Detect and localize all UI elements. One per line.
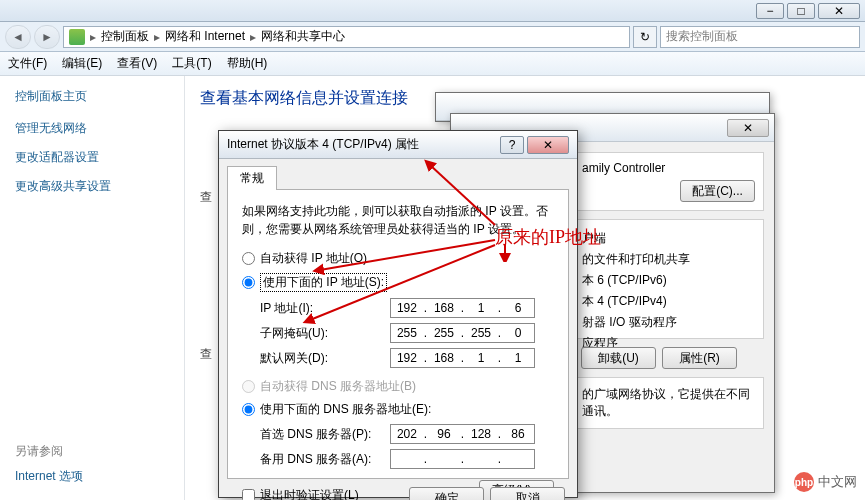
validate-checkbox[interactable] xyxy=(242,489,255,500)
sidebar-item-sharing[interactable]: 更改高级共享设置 xyxy=(15,178,169,195)
help-button[interactable]: ? xyxy=(500,136,524,154)
dns1-field-row: 首选 DNS 服务器(P): 202. 96. 128. 86 xyxy=(242,424,554,444)
cancel-button[interactable]: 取消 xyxy=(490,487,565,500)
menu-edit[interactable]: 编辑(E) xyxy=(62,55,102,72)
bg-close-button[interactable]: ✕ xyxy=(727,119,769,137)
list-item[interactable]: 本 6 (TCP/IPv6) xyxy=(582,270,755,291)
list-item[interactable]: 的文件和打印机共享 xyxy=(582,249,755,270)
tab-general[interactable]: 常规 xyxy=(227,166,277,190)
validate-checkbox-row[interactable]: 退出时验证设置(L) xyxy=(242,487,359,500)
ip-address-input[interactable]: 192. 168. 1. 6 xyxy=(390,298,535,318)
window-titlebar: − □ ✕ xyxy=(0,0,865,22)
dns1-label: 首选 DNS 服务器(P): xyxy=(260,426,390,443)
sidebar-item-adapter[interactable]: 更改适配器设置 xyxy=(15,149,169,166)
list-item[interactable]: 本 4 (TCP/IPv4) xyxy=(582,291,755,312)
watermark-text: 中文网 xyxy=(818,473,857,491)
breadcrumb[interactable]: ▸ 控制面板 ▸ 网络和 Internet ▸ 网络和共享中心 xyxy=(63,26,630,48)
list-item[interactable]: 射器 I/O 驱动程序 xyxy=(582,312,755,333)
dns1-input[interactable]: 202. 96. 128. 86 xyxy=(390,424,535,444)
back-button[interactable]: ◄ xyxy=(5,25,31,49)
ipv4-title-text: Internet 协议版本 4 (TCP/IPv4) 属性 xyxy=(227,136,419,153)
menu-help[interactable]: 帮助(H) xyxy=(227,55,268,72)
dns2-field-row: 备用 DNS 服务器(A): . . . xyxy=(242,449,554,469)
manual-ip-radio-row[interactable]: 使用下面的 IP 地址(S): xyxy=(242,273,554,292)
mask-field-row: 子网掩码(U): 255. 255. 255. 0 xyxy=(242,323,554,343)
breadcrumb-item[interactable]: 网络和 Internet xyxy=(165,28,245,45)
subnet-mask-input[interactable]: 255. 255. 255. 0 xyxy=(390,323,535,343)
annotation-text: 原来的IP地址 xyxy=(495,225,601,249)
manual-dns-radio[interactable] xyxy=(242,403,255,416)
breadcrumb-item[interactable]: 控制面板 xyxy=(101,28,149,45)
ipv4-close-button[interactable]: ✕ xyxy=(527,136,569,154)
forward-button[interactable]: ► xyxy=(34,25,60,49)
auto-ip-radio[interactable] xyxy=(242,252,255,265)
search-input[interactable]: 搜索控制面板 xyxy=(660,26,860,48)
desc-text: 的广域网络协议，它提供在不同 xyxy=(582,386,755,403)
configure-button[interactable]: 配置(C)... xyxy=(680,180,755,202)
refresh-button[interactable]: ↻ xyxy=(633,26,657,48)
sidebar-seealso: 另请参阅 Internet 选项 xyxy=(15,443,83,485)
dns2-label: 备用 DNS 服务器(A): xyxy=(260,451,390,468)
ip-label: IP 地址(I): xyxy=(260,300,390,317)
auto-dns-radio xyxy=(242,380,255,393)
gateway-input[interactable]: 192. 168. 1. 1 xyxy=(390,348,535,368)
ipv4-properties-dialog: Internet 协议版本 4 (TCP/IPv4) 属性 ? ✕ 常规 如果网… xyxy=(218,130,578,498)
gateway-field-row: 默认网关(D): 192. 168. 1. 1 xyxy=(242,348,554,368)
sidebar: 控制面板主页 管理无线网络 更改适配器设置 更改高级共享设置 另请参阅 Inte… xyxy=(0,76,185,500)
menu-file[interactable]: 文件(F) xyxy=(8,55,47,72)
watermark: php 中文网 xyxy=(794,472,857,492)
menu-bar: 文件(F) 编辑(E) 查看(V) 工具(T) 帮助(H) xyxy=(0,52,865,76)
auto-dns-radio-row: 自动获得 DNS 服务器地址(B) xyxy=(242,378,554,395)
ip-field-row: IP 地址(I): 192. 168. 1. 6 xyxy=(242,298,554,318)
menu-view[interactable]: 查看(V) xyxy=(117,55,157,72)
breadcrumb-item[interactable]: 网络和共享中心 xyxy=(261,28,345,45)
gateway-label: 默认网关(D): xyxy=(260,350,390,367)
properties-button[interactable]: 属性(R) xyxy=(662,347,737,369)
controller-name: amily Controller xyxy=(582,161,755,175)
sidebar-item-wireless[interactable]: 管理无线网络 xyxy=(15,120,169,137)
dns2-input[interactable]: . . . xyxy=(390,449,535,469)
control-panel-icon xyxy=(69,29,85,45)
sidebar-title[interactable]: 控制面板主页 xyxy=(15,88,169,105)
maximize-button[interactable]: □ xyxy=(787,3,815,19)
ipv4-tabs: 常规 xyxy=(219,159,577,189)
uninstall-button[interactable]: 卸载(U) xyxy=(581,347,656,369)
list-item[interactable]: 户端 xyxy=(582,228,755,249)
address-bar: ◄ ► ▸ 控制面板 ▸ 网络和 Internet ▸ 网络和共享中心 ↻ 搜索… xyxy=(0,22,865,52)
sidebar-internet-options[interactable]: Internet 选项 xyxy=(15,468,83,485)
manual-dns-radio-row[interactable]: 使用下面的 DNS 服务器地址(E): xyxy=(242,401,554,418)
menu-tools[interactable]: 工具(T) xyxy=(172,55,211,72)
ipv4-titlebar[interactable]: Internet 协议版本 4 (TCP/IPv4) 属性 ? ✕ xyxy=(219,131,577,159)
auto-ip-radio-row[interactable]: 自动获得 IP 地址(O) xyxy=(242,250,554,267)
watermark-logo: php xyxy=(794,472,814,492)
desc-text2: 通讯。 xyxy=(582,403,755,420)
minimize-button[interactable]: − xyxy=(756,3,784,19)
mask-label: 子网掩码(U): xyxy=(260,325,390,342)
manual-ip-radio[interactable] xyxy=(242,276,255,289)
ok-button[interactable]: 确定 xyxy=(409,487,484,500)
close-button[interactable]: ✕ xyxy=(818,3,860,19)
